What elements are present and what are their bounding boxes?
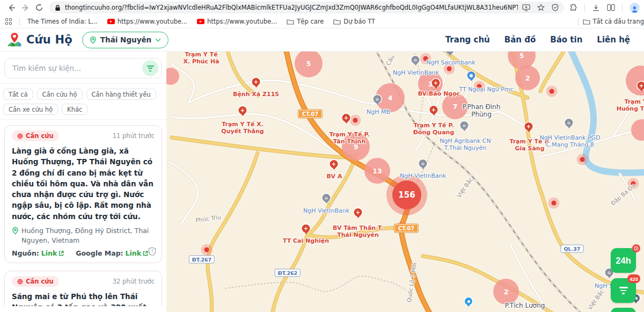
youtube-icon [197, 19, 204, 24]
divider [578, 18, 579, 26]
folder-icon [287, 19, 294, 25]
filter-chip[interactable]: Cần cứu hộ [37, 89, 83, 100]
map-cluster[interactable]: 2 [493, 279, 519, 304]
event-dot-marker[interactable] [353, 118, 358, 123]
bookmark-item[interactable]: https://www.youtube... [107, 18, 187, 25]
map-cluster[interactable]: 5 [295, 52, 323, 77]
nav-link[interactable]: Trang chủ [445, 35, 490, 45]
event-dot-marker[interactable] [580, 157, 585, 162]
browser-window: thongtincuuho.org/?fbclid=IwY2xjawNVlcdl… [0, 0, 644, 312]
shield-check-icon[interactable] [552, 4, 559, 11]
clock-badge [632, 244, 640, 252]
hospital-label: BV A [327, 173, 342, 180]
road-badge: CT.07 [394, 224, 418, 233]
divider [19, 18, 20, 26]
hospital-pin[interactable]: + [525, 122, 533, 130]
bank-pin[interactable]: ⌂ [323, 194, 331, 202]
bank-label: NgH MB [367, 109, 390, 116]
filter-chip[interactable]: Tất cả [3, 89, 33, 100]
hospital-pin[interactable]: + [302, 224, 310, 233]
filter-chip[interactable]: Cần hàng thiết yếu [86, 89, 156, 100]
bank-label: NgH S [595, 283, 613, 290]
province-selector[interactable]: Thái Nguyên [82, 32, 169, 48]
chevron-down-icon [155, 38, 161, 42]
hospital-label: BV Tâm Thần T.Thái Nguyên [333, 225, 383, 239]
hospital-pin[interactable]: + [252, 78, 260, 86]
filter-icon [619, 287, 628, 294]
event-dot-marker[interactable] [550, 89, 554, 94]
street-label: Đập Ba Đa [610, 182, 637, 207]
source-link[interactable]: Link [41, 249, 64, 257]
hospital-label: Bệnh Xá Z115 [233, 91, 279, 98]
folder-icon [333, 19, 341, 25]
bank-pin[interactable]: ⌂ [446, 52, 454, 54]
fab-hidden-button[interactable] [611, 308, 636, 312]
event-dot-marker[interactable] [447, 67, 452, 71]
event-dot-marker[interactable] [552, 201, 557, 206]
bank-pin[interactable]: ⌂ [460, 121, 469, 129]
water-level-pin[interactable] [465, 298, 472, 305]
url-bar[interactable]: thongtincuuho.org/?fbclid=IwY2xjawNVlcdl… [49, 2, 564, 13]
map-cluster[interactable] [166, 68, 179, 85]
bank-pin[interactable]: ⌂ [419, 159, 427, 168]
bank-pin[interactable]: ⌂ [412, 56, 420, 64]
street-label: Cầu [385, 54, 396, 67]
bank-pin[interactable]: ⌂ [374, 95, 382, 103]
map-canvas[interactable]: 5347913522156+Bệnh Xá Z115+Trạm Y Tế X.Q… [166, 52, 644, 312]
bookmark-item[interactable]: Tệp care [287, 18, 324, 25]
bank-pin[interactable]: ⌂ [565, 119, 573, 127]
bookmark-item[interactable]: The Times of India: L... [27, 18, 98, 25]
fab-24h-button[interactable]: 24h [611, 248, 636, 273]
divider [622, 4, 623, 12]
hospital-pin[interactable]: + [638, 82, 644, 90]
tab-groups-icon[interactable] [5, 18, 12, 25]
event-dot-marker[interactable] [204, 248, 209, 252]
event-card[interactable]: Cần cứu 32 phút trước Sáng mai e từ Phú … [4, 271, 162, 306]
forward-button[interactable] [18, 2, 32, 13]
sos-icon [17, 133, 23, 139]
bookmark-item[interactable]: https://www.youtube... [197, 18, 277, 25]
fab-filter-button[interactable]: 420 [611, 278, 636, 303]
bookmark-item[interactable]: Dự báo TT [333, 18, 375, 25]
hospital-pin[interactable]: + [432, 79, 440, 87]
split-view-icon[interactable] [607, 4, 615, 11]
map-cluster[interactable]: 13 [364, 158, 390, 184]
bookmark-star-icon[interactable] [537, 4, 545, 11]
browser-toolbar: thongtincuuho.org/?fbclid=IwY2xjawNVlcdl… [0, 0, 644, 15]
hospital-pin[interactable]: + [342, 114, 350, 122]
filter-chip[interactable]: Khác [62, 104, 87, 115]
search-filter-button[interactable] [142, 60, 158, 76]
back-button[interactable] [4, 2, 18, 13]
street-label: Việt Bắc [456, 176, 474, 199]
google-map-link[interactable]: Link [126, 249, 148, 257]
search-input[interactable] [4, 58, 162, 78]
hospital-pin[interactable]: + [239, 106, 247, 114]
nav-link[interactable]: Báo tin [550, 35, 582, 45]
event-location: Huống Thượng, Đồng Hỷ District, Thai Ngu… [12, 226, 155, 245]
map-cluster-large[interactable]: 156 [392, 180, 421, 209]
extensions-icon[interactable] [569, 4, 577, 12]
reload-button[interactable] [32, 2, 46, 13]
nav-link[interactable]: Bản đồ [504, 35, 536, 45]
nav-link[interactable]: Liên hệ [597, 35, 630, 45]
downloads-icon[interactable] [592, 4, 600, 12]
app-logo [6, 32, 23, 48]
map-cluster[interactable] [631, 119, 644, 141]
profile-avatar[interactable] [630, 3, 640, 13]
event-card[interactable]: Cần cứu 11 phút trước Làng già ở cổng Là… [4, 125, 162, 263]
hospital-pin[interactable]: + [430, 106, 438, 114]
hospital-pin[interactable]: + [330, 160, 338, 168]
hospital-label: Trạm Y TếX. Phúc Hà [183, 52, 219, 66]
all-bookmarks-button[interactable]: Tất cả dấu trang [583, 18, 644, 25]
status-badge: Cần cứu [12, 130, 59, 141]
location-pin-icon [12, 227, 19, 235]
shield-question-icon[interactable]: ? [148, 247, 156, 258]
road-badge: ĐT.267 [189, 256, 215, 264]
hospital-pin[interactable]: + [354, 208, 362, 216]
school-pin[interactable]: ● [467, 71, 475, 79]
bank-label: NgH VietinBank PGDC.Mang Tháng 8 [539, 135, 600, 149]
map-cluster[interactable]: 2 [515, 66, 540, 90]
timestamp: 32 phút trước [113, 278, 155, 285]
filter-chip[interactable]: Cần xe cứu hộ [3, 104, 58, 115]
save-page-icon[interactable] [522, 4, 530, 11]
